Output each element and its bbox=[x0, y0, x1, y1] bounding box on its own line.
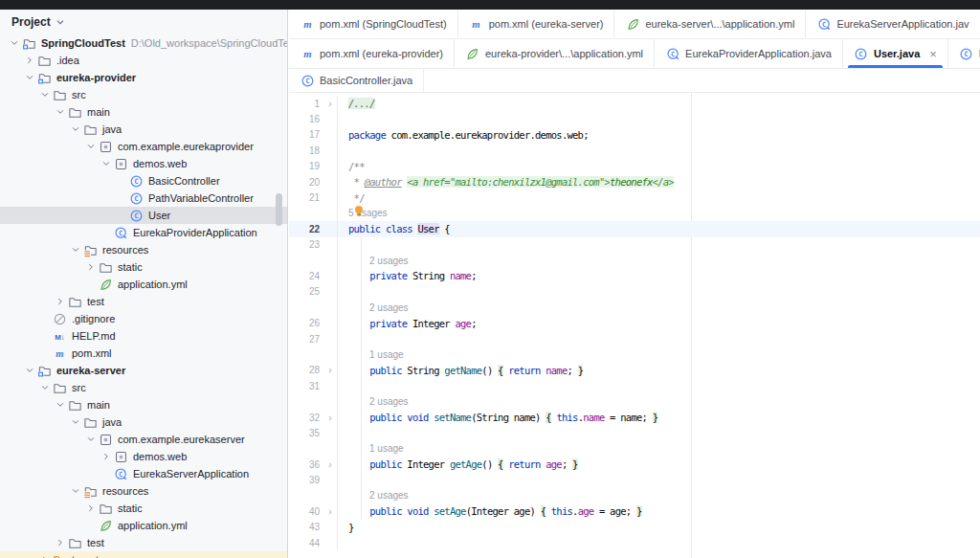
fold-arrow-icon[interactable]: › bbox=[323, 365, 337, 375]
line-number[interactable]: 35 bbox=[289, 428, 323, 438]
line-number[interactable]: 20 bbox=[289, 177, 323, 188]
tab-pom.xml-springcloudtest-[interactable]: mpom.xml (SpringCloudTest) bbox=[289, 10, 458, 38]
line-number[interactable]: 21 bbox=[289, 192, 323, 203]
usages-inlay[interactable]: 1 usage bbox=[369, 443, 404, 454]
chevron-right-icon[interactable] bbox=[23, 56, 36, 65]
tab-pom.xml-eureka-server-[interactable]: mpom.xml (eureka-server) bbox=[458, 10, 615, 38]
tab-user.java[interactable]: CUser.java× bbox=[843, 39, 948, 68]
usages-inlay-row[interactable]: 1 usage bbox=[289, 346, 980, 362]
code-line-27[interactable]: 27 bbox=[289, 331, 980, 346]
tree-item-eureka-server[interactable]: eureka-server bbox=[0, 362, 287, 379]
line-number[interactable]: 23 bbox=[289, 239, 323, 250]
chevron-down-icon[interactable] bbox=[69, 417, 82, 427]
chevron-down-icon[interactable] bbox=[54, 107, 67, 117]
chevron-right-icon[interactable] bbox=[54, 538, 67, 547]
code-line-43[interactable]: 43} bbox=[289, 520, 980, 535]
code-line-28[interactable]: 28› public String getName() { return nam… bbox=[289, 363, 980, 378]
usages-inlay[interactable]: 2 usages bbox=[369, 490, 409, 501]
tree-item-static[interactable]: static bbox=[0, 500, 287, 517]
tree-item-resources[interactable]: resources bbox=[0, 241, 287, 258]
chevron-down-icon[interactable] bbox=[38, 90, 52, 100]
chevron-right-icon[interactable] bbox=[100, 452, 113, 461]
usages-inlay[interactable]: 2 usages bbox=[369, 396, 409, 407]
tree-item-user[interactable]: CUser bbox=[0, 207, 287, 224]
code-line-18[interactable]: 18 bbox=[289, 143, 980, 158]
code-line-16[interactable]: 16 bbox=[289, 111, 980, 126]
chevron-down-icon[interactable] bbox=[69, 124, 82, 134]
usages-inlay[interactable]: 2 usages bbox=[369, 302, 409, 313]
tree-item-target[interactable]: target bbox=[0, 551, 287, 558]
code-line-35[interactable]: 35 bbox=[289, 425, 980, 440]
usages-inlay-row[interactable]: 1 usage bbox=[289, 441, 980, 457]
tree-item-.idea[interactable]: .idea bbox=[0, 52, 287, 69]
tab-eurekaproviderapplication.java[interactable]: CEurekaProviderApplication.java bbox=[655, 39, 843, 68]
code-line-44[interactable]: 44 bbox=[289, 535, 980, 550]
usages-inlay-row[interactable]: 2 usages bbox=[289, 300, 980, 315]
line-number[interactable]: 39 bbox=[289, 475, 323, 485]
line-number[interactable]: 36 bbox=[289, 459, 323, 470]
tree-item-eureka-provider[interactable]: eureka-provider bbox=[0, 69, 287, 86]
close-icon[interactable]: × bbox=[929, 48, 937, 60]
project-scrollbar-thumb[interactable] bbox=[276, 193, 282, 226]
tab-eurekaserverapplication.jav[interactable]: CEurekaServerApplication.jav bbox=[806, 10, 980, 38]
fold-arrow-icon[interactable]: › bbox=[323, 506, 337, 517]
tree-item-test[interactable]: test bbox=[0, 534, 287, 551]
line-number[interactable]: 26 bbox=[289, 318, 323, 328]
tree-item-springcloudtest[interactable]: SpringCloudTestD:\Old_workspace\SpringCl… bbox=[0, 34, 287, 52]
usages-inlay-row[interactable]: 2 usages bbox=[289, 253, 980, 268]
fold-arrow-icon[interactable]: › bbox=[323, 413, 337, 423]
code-line-20[interactable]: 20 * @author <a href="mailto:chenxilzx1@… bbox=[289, 174, 980, 190]
tree-item-application.yml[interactable]: application.yml bbox=[0, 276, 287, 293]
code-line-24[interactable]: 24 private String name; bbox=[289, 268, 980, 283]
project-panel-header[interactable]: Project bbox=[0, 10, 287, 34]
line-number[interactable]: 22 bbox=[289, 224, 323, 234]
chevron-down-icon[interactable] bbox=[38, 383, 52, 392]
tree-item-static[interactable]: static bbox=[0, 258, 287, 276]
code-line-25[interactable]: 25 bbox=[289, 284, 980, 300]
intention-bulb-icon[interactable] bbox=[355, 206, 363, 213]
usages-inlay-row[interactable]: 2 usages bbox=[289, 393, 980, 409]
tree-item-main[interactable]: main bbox=[0, 103, 287, 121]
code-line-39[interactable]: 39 bbox=[289, 472, 980, 487]
line-number[interactable]: 32 bbox=[289, 413, 323, 423]
tree-item-.gitignore[interactable]: .gitignore bbox=[0, 310, 287, 327]
usages-inlay[interactable]: 2 usages bbox=[369, 256, 409, 266]
usages-inlay[interactable]: 1 usage bbox=[369, 349, 404, 360]
fold-arrow-icon[interactable]: › bbox=[323, 99, 337, 109]
tree-item-pathvariablecontroller[interactable]: CPathVariableController bbox=[0, 190, 287, 207]
chevron-down-icon[interactable] bbox=[69, 245, 82, 255]
line-number[interactable]: 28 bbox=[289, 365, 323, 375]
tree-item-src[interactable]: src bbox=[0, 379, 287, 396]
tree-item-demos.web[interactable]: demos.web bbox=[0, 155, 287, 172]
code-line-31[interactable]: 31 bbox=[289, 378, 980, 393]
tree-item-help.md[interactable]: M↓HELP.md bbox=[0, 327, 287, 345]
code-line-19[interactable]: 19/** bbox=[289, 159, 980, 174]
code-line-22[interactable]: 22public class User { bbox=[289, 221, 980, 236]
tree-item-java[interactable]: java bbox=[0, 121, 287, 138]
line-number[interactable]: 40 bbox=[289, 506, 323, 517]
line-number[interactable]: 1 bbox=[289, 99, 323, 109]
tree-item-main[interactable]: main bbox=[0, 396, 287, 413]
line-number[interactable]: 18 bbox=[289, 145, 323, 156]
fold-arrow-icon[interactable]: › bbox=[323, 459, 337, 470]
chevron-down-icon[interactable] bbox=[56, 17, 65, 27]
code-line-32[interactable]: 32› public void setName(String name) { t… bbox=[289, 410, 980, 425]
code-line-36[interactable]: 36› public Integer getAge() { return age… bbox=[289, 457, 980, 472]
chevron-down-icon[interactable] bbox=[69, 486, 82, 496]
line-number[interactable]: 44 bbox=[289, 538, 323, 548]
line-number[interactable]: 17 bbox=[289, 129, 323, 140]
tab-eureka-provider-...-application.yml[interactable]: eureka-provider\...\application.yml bbox=[455, 39, 655, 68]
usages-inlay[interactable]: 5 usages bbox=[348, 208, 388, 218]
line-number[interactable]: 19 bbox=[289, 161, 323, 171]
code-editor[interactable]: 1›/.../1617package com.example.eurekapro… bbox=[289, 93, 980, 558]
code-line-1[interactable]: 1›/.../ bbox=[289, 96, 980, 111]
tab-eureka-server-...-application.yml[interactable]: eureka-server\...\application.yml bbox=[614, 10, 806, 38]
tree-item-eurekaproviderapplication[interactable]: CEurekaProviderApplication bbox=[0, 224, 287, 241]
tree-item-com.example.eurekaserver[interactable]: com.example.eurekaserver bbox=[0, 431, 287, 448]
chevron-down-icon[interactable] bbox=[8, 38, 21, 48]
tree-item-eurekaserverapplication[interactable]: CEurekaServerApplication bbox=[0, 465, 287, 482]
code-line-26[interactable]: 26 private Integer age; bbox=[289, 315, 980, 330]
chevron-right-icon[interactable] bbox=[84, 503, 98, 513]
line-number[interactable]: 43 bbox=[289, 522, 323, 532]
usages-inlay-row[interactable]: 2 usages bbox=[289, 488, 980, 503]
